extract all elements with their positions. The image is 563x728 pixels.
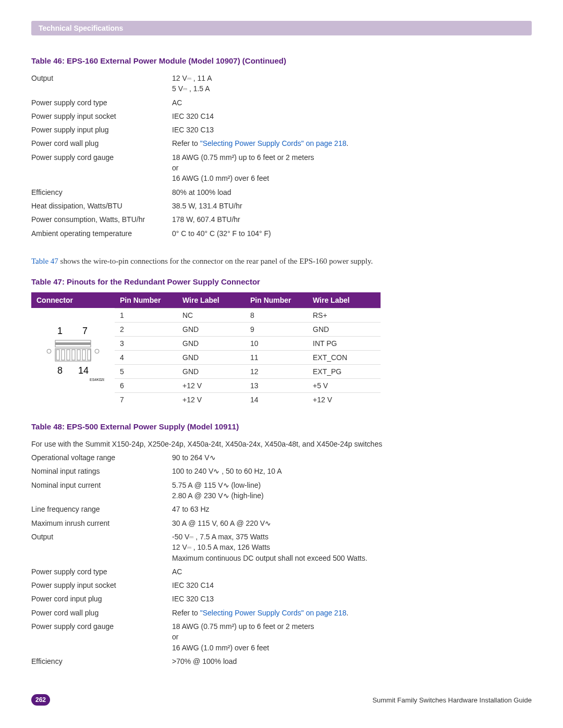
spec-value: 178 W, 607.4 BTU/hr <box>172 213 532 226</box>
pinout-cell: EXT_PG <box>308 364 381 378</box>
pinout-cell: 11 <box>245 350 308 364</box>
svg-text:14: 14 <box>78 365 89 376</box>
svg-text:7: 7 <box>82 326 88 336</box>
pinout-cell: 10 <box>245 336 308 350</box>
spec-value: 18 AWG (0.75 mm²) up to 6 feet or 2 mete… <box>172 620 532 655</box>
body-paragraph: Table 47 shows the wire-to-pin connectio… <box>31 256 532 267</box>
spec-value: Refer to "Selecting Power Supply Cords" … <box>172 137 532 150</box>
spec-label: Output <box>31 71 172 96</box>
spec-label: Power supply input socket <box>31 578 172 592</box>
spec-label: Power supply cord type <box>31 565 172 578</box>
pinout-cell: 4 <box>115 350 177 364</box>
spec-label: Ambient operating temperature <box>31 227 172 240</box>
body-paragraph-text: shows the wire-to-pin connections for th… <box>58 257 373 265</box>
pinout-cell: 5 <box>115 364 177 378</box>
spec-value: 30 A @ 115 V, 60 A @ 220 V∿ <box>172 516 532 530</box>
spec-value: AC <box>172 565 532 578</box>
spec-label: Operational voltage range <box>31 451 172 464</box>
svg-text:ES4K028: ES4K028 <box>90 378 104 381</box>
pinout-cell: 9 <box>245 322 308 336</box>
pinout-cell: GND <box>177 322 245 336</box>
table47: Connector Pin Number Wire Label Pin Numb… <box>31 292 381 406</box>
spec-value: >70% @ 100% load <box>172 655 532 668</box>
pinout-cell: 1 <box>115 308 177 322</box>
spec-value: 0° C to 40° C (32° F to 104° F) <box>172 227 532 240</box>
ref-link[interactable]: "Selecting Power Supply Cords" on page 2… <box>200 609 347 617</box>
svg-rect-14 <box>88 350 91 360</box>
pinout-cell: 8 <box>245 308 308 322</box>
spec-label: Power consumption, Watts, BTU/hr <box>31 213 172 226</box>
page-number: 262 <box>31 694 50 706</box>
spec-label: Power cord input plug <box>31 592 172 606</box>
table47-ref-link[interactable]: Table 47 <box>31 257 58 265</box>
spec-label: Efficiency <box>31 186 172 199</box>
pinout-cell: 12 <box>245 364 308 378</box>
svg-text:1: 1 <box>57 326 63 336</box>
spec-label: Power supply cord gauge <box>31 151 172 186</box>
spec-label: Line frequency range <box>31 502 172 516</box>
pinout-cell: EXT_CON <box>308 350 381 364</box>
pinout-cell: +12 V <box>177 378 245 392</box>
spec-label: Nominal input current <box>31 478 172 503</box>
spec-label: Power supply cord gauge <box>31 620 172 655</box>
spec-value: -50 V⎓ , 7.5 A max, 375 Watts 12 V⎓ , 10… <box>172 530 532 565</box>
spec-label: Nominal input ratings <box>31 464 172 478</box>
pinout-cell: GND <box>177 364 245 378</box>
spec-label: Heat dissipation, Watts/BTU <box>31 199 172 213</box>
svg-text:8: 8 <box>57 365 63 376</box>
pinout-cell: +12 V <box>308 392 381 406</box>
pinout-cell: 3 <box>115 336 177 350</box>
connector-icon: 17814ES4K028 <box>42 323 104 390</box>
svg-rect-10 <box>67 350 70 360</box>
spec-label: Power supply input plug <box>31 123 172 137</box>
spec-value: IEC 320 C14 <box>172 578 532 592</box>
table47-title: Table 47: Pinouts for the Redundant Powe… <box>31 277 532 286</box>
svg-rect-12 <box>77 350 80 360</box>
spec-value: 18 AWG (0.75 mm²) up to 6 feet or 2 mete… <box>172 151 532 186</box>
spec-value: 100 to 240 V∿ , 50 to 60 Hz, 10 A <box>172 464 532 478</box>
spec-value: IEC 320 C13 <box>172 592 532 606</box>
th-pin2: Pin Number <box>245 292 308 309</box>
th-wire1: Wire Label <box>177 292 245 309</box>
footer-guide-title: Summit Family Switches Hardware Installa… <box>372 696 532 704</box>
spec-label: Power cord wall plug <box>31 606 172 620</box>
spec-label: Power supply cord type <box>31 96 172 109</box>
pinout-cell: 14 <box>245 392 308 406</box>
spec-value: Refer to "Selecting Power Supply Cords" … <box>172 606 532 620</box>
spec-label: Output <box>31 530 172 565</box>
table48: For use with the Summit X150-24p, X250e-… <box>31 437 532 668</box>
table48-title: Table 48: EPS-500 External Power Supply … <box>31 422 532 431</box>
th-wire2: Wire Label <box>308 292 381 309</box>
ref-link[interactable]: "Selecting Power Supply Cords" on page 2… <box>200 139 347 147</box>
svg-rect-9 <box>62 350 65 360</box>
spec-label: Efficiency <box>31 655 172 668</box>
spec-value: 5.75 A @ 115 V∿ (low-line) 2.80 A @ 230 … <box>172 478 532 503</box>
connector-diagram: 17814ES4K028 <box>31 308 115 406</box>
table48-intro: For use with the Summit X150-24p, X250e-… <box>31 437 532 451</box>
svg-point-4 <box>95 349 99 353</box>
pinout-cell: NC <box>177 308 245 322</box>
spec-label: Power cord wall plug <box>31 137 172 150</box>
table46-title: Table 46: EPS-160 External Power Module … <box>31 56 532 65</box>
svg-rect-13 <box>82 350 85 360</box>
pinout-cell: 6 <box>115 378 177 392</box>
spec-label: Maximum inrush current <box>31 516 172 530</box>
pinout-cell: +12 V <box>177 392 245 406</box>
spec-value: 80% at 100% load <box>172 186 532 199</box>
th-pin1: Pin Number <box>115 292 177 309</box>
pinout-cell: 2 <box>115 322 177 336</box>
svg-rect-8 <box>56 350 59 360</box>
page-footer: 262 Summit Family Switches Hardware Inst… <box>31 694 532 706</box>
spec-value: IEC 320 C14 <box>172 109 532 123</box>
pinout-cell: RS+ <box>308 308 381 322</box>
table46: Output12 V⎓ , 11 A 5 V⎓ , 1.5 APower sup… <box>31 71 532 240</box>
pinout-cell: GND <box>177 336 245 350</box>
spec-value: 47 to 63 Hz <box>172 502 532 516</box>
pinout-cell: 13 <box>245 378 308 392</box>
pinout-cell: +5 V <box>308 378 381 392</box>
spec-value: 90 to 264 V∿ <box>172 451 532 464</box>
th-connector: Connector <box>31 292 115 309</box>
svg-rect-6 <box>55 342 91 345</box>
spec-value: 12 V⎓ , 11 A 5 V⎓ , 1.5 A <box>172 71 532 96</box>
pinout-cell: GND <box>308 322 381 336</box>
